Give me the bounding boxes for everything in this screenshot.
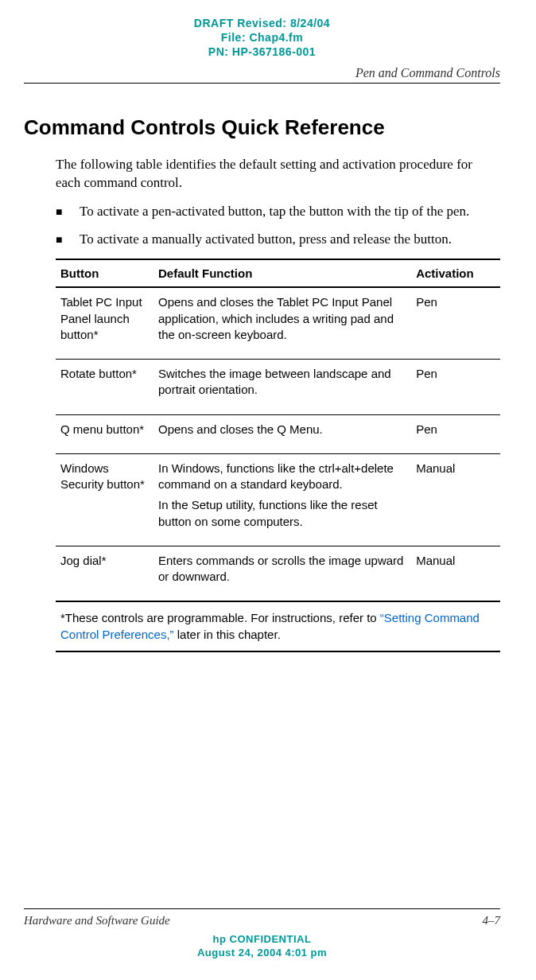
draft-line-3: PN: HP-367186-001 xyxy=(24,45,500,59)
header-activation: Activation xyxy=(411,259,500,287)
footnote-suffix: later in this chapter. xyxy=(174,628,281,641)
cell-function: Opens and closes the Q Menu. xyxy=(153,414,411,453)
cell-button: Jog dial* xyxy=(56,546,153,601)
footer-line: Hardware and Software Guide 4–7 xyxy=(24,914,500,928)
section-name: Pen and Command Controls xyxy=(24,66,500,80)
draft-line-1: DRAFT Revised: 8/24/04 xyxy=(24,16,500,30)
cell-function: Enters commands or scrolls the image upw… xyxy=(153,546,411,601)
table-row: Tablet PC Input Panel launch button* Ope… xyxy=(56,287,500,359)
draft-line-2: File: Chap4.fm xyxy=(24,30,500,45)
cell-activation: Pen xyxy=(411,287,500,359)
cell-button: Rotate button* xyxy=(56,360,153,415)
page-number: 4–7 xyxy=(483,914,501,928)
cell-activation: Manual xyxy=(411,546,500,601)
bullet-text: To activate a manually activated button,… xyxy=(80,231,452,249)
square-bullet-icon: ■ xyxy=(56,231,80,249)
table-row: Q menu button* Opens and closes the Q Me… xyxy=(56,414,500,453)
header-function: Default Function xyxy=(153,259,411,287)
cell-activation: Manual xyxy=(411,453,500,546)
guide-name: Hardware and Software Guide xyxy=(24,914,170,928)
table-row: Rotate button* Switches the image betwee… xyxy=(56,360,500,415)
cell-function: Opens and closes the Tablet PC Input Pan… xyxy=(153,287,411,359)
cell-activation: Pen xyxy=(411,414,500,453)
square-bullet-icon: ■ xyxy=(56,203,80,221)
draft-header: DRAFT Revised: 8/24/04 File: Chap4.fm PN… xyxy=(24,16,500,60)
confidential-block: hp CONFIDENTIAL August 24, 2004 4:01 pm xyxy=(24,932,500,960)
cell-function: In Windows, functions like the ctrl+alt+… xyxy=(153,453,411,546)
table-row: Windows Security button* In Windows, fun… xyxy=(56,453,500,546)
confidential-line-2: August 24, 2004 4:01 pm xyxy=(24,946,500,960)
function-para-1: In Windows, functions like the ctrl+alt+… xyxy=(158,461,406,493)
confidential-line-1: hp CONFIDENTIAL xyxy=(24,932,500,947)
cell-activation: Pen xyxy=(411,360,500,415)
cell-button: Windows Security button* xyxy=(56,453,153,546)
function-para-2: In the Setup utility, functions like the… xyxy=(158,497,406,530)
page-title: Command Controls Quick Reference xyxy=(24,115,500,140)
table-footnote-row: *These controls are programmable. For in… xyxy=(56,601,500,651)
cell-function: Switches the image between landscape and… xyxy=(153,360,411,415)
page-footer: Hardware and Software Guide 4–7 hp CONFI… xyxy=(24,908,500,960)
header-button: Button xyxy=(56,259,153,287)
footnote-prefix: *These controls are programmable. For in… xyxy=(60,611,380,624)
bullet-item: ■ To activate a manually activated butto… xyxy=(56,231,500,249)
table-row: Jog dial* Enters commands or scrolls the… xyxy=(56,546,500,601)
bullet-item: ■ To activate a pen-activated button, ta… xyxy=(56,203,500,221)
cell-button: Tablet PC Input Panel launch button* xyxy=(56,287,153,359)
bullet-text: To activate a pen-activated button, tap … xyxy=(80,203,469,221)
footer-rule xyxy=(24,908,500,909)
intro-paragraph: The following table identifies the defau… xyxy=(56,156,500,192)
footnote-cell: *These controls are programmable. For in… xyxy=(56,601,500,651)
command-controls-table: Button Default Function Activation Table… xyxy=(56,259,500,652)
table-header-row: Button Default Function Activation xyxy=(56,259,500,287)
header-rule xyxy=(24,83,500,84)
cell-button: Q menu button* xyxy=(56,414,153,453)
